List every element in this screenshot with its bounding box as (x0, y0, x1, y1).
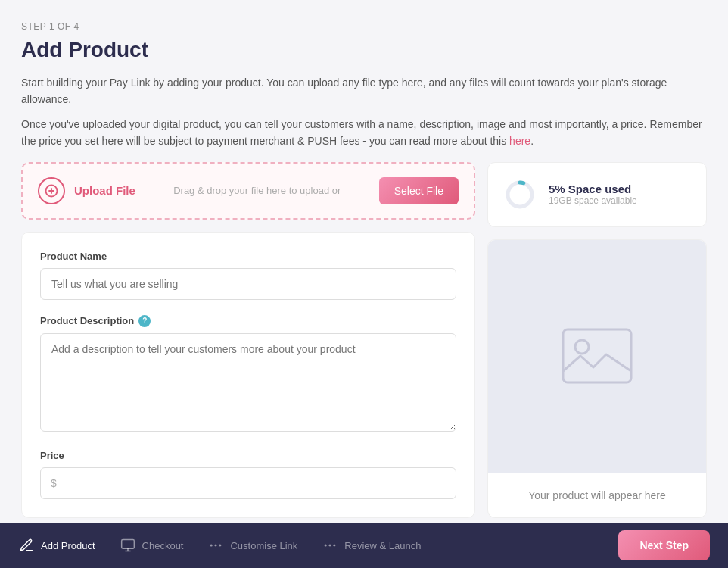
storage-widget: 5% Space used 19GB space available (487, 162, 707, 227)
svg-rect-5 (563, 329, 631, 382)
svg-point-11 (219, 545, 221, 546)
nav-label-customise-link: Customise Link (230, 540, 297, 551)
image-placeholder-icon (559, 326, 635, 386)
storage-available: 19GB space available (549, 195, 637, 206)
price-prefix: $ (51, 477, 57, 489)
next-step-button[interactable]: Next Step (618, 530, 710, 560)
product-name-label: Product Name (40, 251, 456, 262)
bottom-nav: Add Product Checkout Customise Link (0, 523, 728, 568)
nav-item-checkout[interactable]: Checkout (120, 532, 184, 558)
description-1: Start building your Pay Link by adding y… (21, 74, 707, 108)
price-label: Price (40, 450, 456, 461)
preview-image-area (488, 240, 706, 473)
svg-point-14 (334, 545, 335, 546)
price-field-wrapper: $ (40, 467, 456, 499)
product-description-label: Product Description ? (40, 315, 456, 327)
preview-label-area: Your product will appear here (488, 473, 706, 517)
preview-empty-label: Your product will appear here (528, 489, 666, 501)
upload-drag-text: Drag & drop your file here to upload or (145, 185, 370, 196)
review-launch-icon (322, 537, 338, 554)
svg-point-3 (508, 183, 532, 207)
storage-percentage: 5% Space used (549, 183, 637, 195)
price-input[interactable] (40, 467, 456, 499)
nav-item-add-product[interactable]: Add Product (18, 532, 95, 558)
help-icon[interactable]: ? (138, 315, 151, 327)
svg-point-6 (575, 340, 589, 354)
step-label: STEP 1 OF 4 (21, 21, 707, 32)
nav-label-add-product: Add Product (41, 540, 95, 551)
add-product-icon (18, 537, 35, 554)
two-col-layout: Upload File Drag & drop your file here t… (21, 162, 707, 518)
upload-icon (38, 177, 65, 204)
here-link[interactable]: here (509, 135, 530, 147)
svg-point-15 (325, 545, 327, 546)
storage-donut (503, 178, 537, 211)
nav-item-review-launch[interactable]: Review & Launch (322, 532, 421, 558)
nav-items: Add Product Checkout Customise Link (18, 532, 618, 558)
product-preview-box: Your product will appear here (487, 239, 707, 518)
nav-item-customise-link[interactable]: Customise Link (207, 532, 297, 558)
checkout-icon (120, 537, 136, 554)
nav-label-review-launch: Review & Launch (344, 540, 421, 551)
storage-info: 5% Space used 19GB space available (549, 183, 637, 206)
upload-label: Upload File (74, 184, 135, 197)
product-form: Product Name Product Description ? Price… (21, 232, 475, 518)
description-2: Once you've uploaded your digital produc… (21, 116, 707, 150)
main-content: STEP 1 OF 4 Add Product Start building y… (0, 0, 728, 523)
customise-link-icon (207, 537, 224, 554)
upload-file-box: Upload File Drag & drop your file here t… (21, 162, 475, 220)
product-description-input[interactable] (40, 333, 456, 432)
select-file-button[interactable]: Select File (379, 177, 459, 204)
right-column: 5% Space used 19GB space available Your … (487, 162, 707, 518)
svg-point-10 (216, 545, 217, 546)
svg-point-13 (330, 545, 331, 546)
nav-label-checkout: Checkout (142, 540, 184, 551)
svg-point-12 (211, 545, 213, 546)
product-name-input[interactable] (40, 268, 456, 300)
page-title: Add Product (21, 38, 707, 62)
left-column: Upload File Drag & drop your file here t… (21, 162, 475, 518)
svg-rect-7 (121, 540, 134, 549)
